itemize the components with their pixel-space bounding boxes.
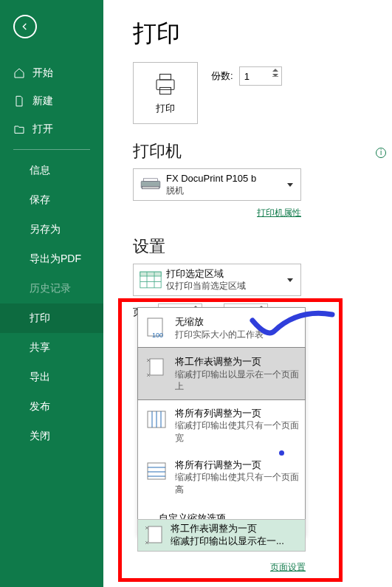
sidebar-item-saveas[interactable]: 另存为 — [0, 215, 103, 244]
folder-open-icon — [13, 123, 25, 135]
page-setup-link[interactable]: 页面设置 — [270, 562, 306, 572]
svg-rect-5 — [142, 186, 159, 189]
scaling-option-fit-columns[interactable]: 将所有列调整为一页 缩减打印输出使其只有一个页面宽 — [138, 399, 305, 451]
scaling-option-fit-sheet[interactable]: 将工作表调整为一页 缩减打印输出以显示在一个页面上 — [137, 347, 306, 400]
sidebar-item-history: 历史记录 — [0, 274, 103, 303]
scaling-selected-title: 将工作表调整为一页 — [171, 523, 300, 535]
chevron-down-icon — [287, 278, 293, 282]
printer-dropdown[interactable]: FX DocuPrint P105 b 脱机 — [133, 168, 301, 201]
fit-sheet-icon — [144, 355, 169, 380]
settings-section-title: 设置 — [133, 236, 392, 258]
back-arrow-icon — [19, 21, 31, 32]
chevron-down-icon — [287, 183, 293, 187]
sidebar-item-new[interactable]: 新建 — [0, 87, 103, 115]
sidebar-item-print[interactable]: 打印 — [0, 303, 103, 333]
sidebar-item-label: 开始 — [32, 66, 53, 80]
svg-rect-7 — [140, 272, 161, 276]
page-title: 打印 — [133, 18, 392, 50]
printer-info-icon[interactable]: i — [376, 148, 386, 158]
sidebar-item-open[interactable]: 打开 — [0, 115, 103, 143]
back-button[interactable] — [13, 15, 37, 38]
sidebar-item-publish[interactable]: 发布 — [0, 392, 103, 422]
printer-properties-link[interactable]: 打印机属性 — [257, 207, 301, 218]
svg-rect-0 — [157, 80, 174, 90]
sidebar-item-label: 打开 — [32, 123, 53, 136]
sidebar-item-home[interactable]: 开始 — [0, 59, 103, 87]
file-icon — [13, 95, 25, 107]
print-button-label: 打印 — [156, 102, 175, 115]
fit-rows-icon — [144, 459, 169, 484]
copies-label: 份数: — [211, 69, 233, 83]
printer-section-title: 打印机 — [133, 140, 392, 162]
home-icon — [13, 67, 25, 79]
svg-rect-2 — [160, 88, 171, 95]
copies-spin-down[interactable] — [272, 74, 278, 77]
no-scaling-icon: 100 — [144, 315, 169, 340]
printer-name: FX DocuPrint P105 b — [166, 173, 284, 185]
scaling-option-none[interactable]: 100 无缩放 打印实际大小的工作表 — [138, 308, 305, 348]
print-button[interactable]: 打印 — [133, 62, 198, 124]
scaling-dropdown[interactable]: 将工作表调整为一页 缩减打印输出以显示在一... — [137, 519, 306, 552]
sheet-selection-icon — [138, 267, 163, 292]
sidebar-item-close[interactable]: 关闭 — [0, 422, 103, 451]
fit-columns-icon — [144, 407, 169, 432]
printer-large-icon — [152, 71, 179, 97]
svg-rect-22 — [148, 526, 162, 543]
sidebar-item-save[interactable]: 保存 — [0, 185, 103, 215]
copies-spin-up[interactable] — [272, 69, 278, 72]
print-area-dropdown[interactable]: 打印选定区域 仅打印当前选定区域 — [133, 264, 301, 296]
scaling-dropdown-menu: 100 无缩放 打印实际大小的工作表 将工作表调整为一页 缩减打印输出以显示在一… — [137, 307, 306, 536]
sidebar-item-label: 新建 — [32, 95, 53, 108]
fit-sheet-icon — [142, 523, 168, 548]
divider — [13, 149, 90, 150]
sidebar-item-info[interactable]: 信息 — [0, 156, 103, 185]
svg-text:100: 100 — [152, 332, 163, 339]
printer-status: 脱机 — [166, 185, 284, 197]
copies-input[interactable] — [239, 66, 282, 86]
printer-icon — [138, 172, 163, 197]
svg-rect-4 — [144, 179, 158, 182]
svg-rect-13 — [150, 359, 163, 375]
sidebar-item-export[interactable]: 导出 — [0, 363, 103, 392]
sidebar-item-share[interactable]: 共享 — [0, 333, 103, 363]
print-area-title: 打印选定区域 — [166, 268, 284, 281]
scaling-selected-sub: 缩减打印输出以显示在一... — [171, 535, 300, 548]
svg-rect-1 — [160, 75, 171, 80]
sidebar-item-exportpdf[interactable]: 导出为PDF — [0, 244, 103, 274]
scaling-option-fit-rows[interactable]: 将所有行调整为一页 缩减打印输出使其只有一个页面高 — [138, 451, 305, 503]
svg-rect-18 — [148, 463, 165, 479]
print-area-sub: 仅打印当前选定区域 — [166, 281, 284, 292]
